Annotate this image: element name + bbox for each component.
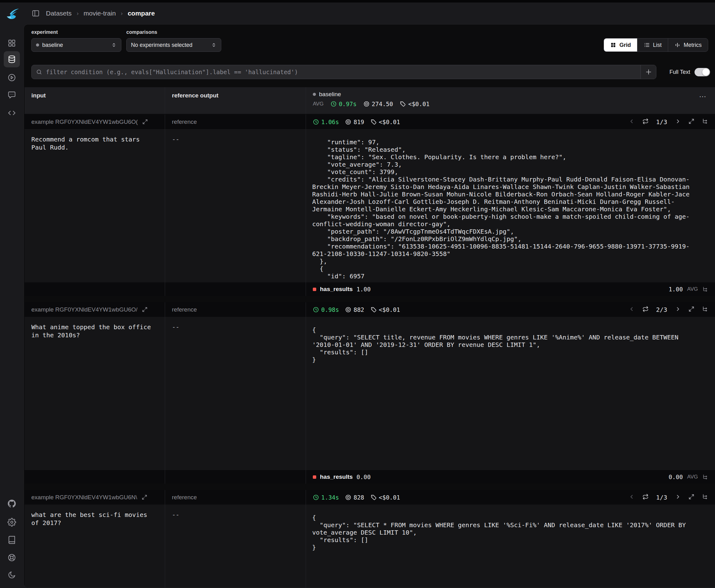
view-trace-icon[interactable]: [702, 118, 708, 126]
expand-run-icon[interactable]: [688, 118, 695, 126]
table-row: example RGF0YXNldEV4YW1wbGU6O/ reference…: [24, 302, 715, 484]
experiment-select[interactable]: baseline: [31, 38, 121, 52]
view-mode-toggle: Grid List Metrics: [604, 38, 708, 52]
input-cell[interactable]: what are the best sci-fi movies of 2017?: [24, 505, 165, 588]
view-trace-icon[interactable]: [702, 306, 708, 313]
view-list-button[interactable]: List: [637, 39, 668, 51]
prev-run-button[interactable]: [629, 306, 635, 313]
sidebar-item-dashboard[interactable]: [7, 39, 16, 47]
settings-gear-icon[interactable]: [7, 518, 16, 527]
phoenix-logo-icon[interactable]: [4, 7, 20, 23]
column-header-experiment: baseline AVG 0.97s 274.50: [306, 87, 715, 114]
expand-example-icon[interactable]: [142, 307, 148, 313]
output-json-text: { "query": "SELECT title, revenue FROM m…: [312, 326, 701, 363]
plus-icon: [645, 68, 652, 76]
row-annotations: has_results 0.00 0.00 AVG: [24, 470, 715, 484]
avg-label: AVG: [687, 286, 698, 292]
row-body: What anime topped the box office in the …: [24, 317, 715, 470]
view-trace-icon[interactable]: [702, 474, 708, 480]
repetition-count: 2/3: [656, 306, 667, 313]
prev-run-button[interactable]: [629, 494, 635, 501]
prev-run-button[interactable]: [629, 118, 635, 126]
dark-mode-moon-icon[interactable]: [7, 571, 16, 579]
experiment-output-cell[interactable]: { "query": "SELECT title, revenue FROM m…: [306, 317, 715, 470]
experiment-name: baseline: [319, 91, 341, 98]
example-id-label[interactable]: example RGF0YXNldEV4YW1wbGU6O/: [31, 306, 138, 313]
expand-example-icon[interactable]: [142, 494, 147, 500]
example-id-label[interactable]: example RGF0YXNldEV4YW1wbGU6N\: [31, 494, 137, 501]
clock-icon: [313, 494, 319, 501]
reference-label: reference: [172, 306, 197, 313]
run-tokens: 819: [345, 119, 364, 125]
repetitions-icon: [643, 494, 649, 501]
view-grid-button[interactable]: Grid: [604, 39, 637, 51]
experiment-output-cell[interactable]: "runtime": 97, "status": "Released", "ta…: [306, 129, 715, 282]
expand-run-icon[interactable]: [688, 306, 695, 313]
clock-icon: [313, 307, 319, 313]
sidebar-item-playground[interactable]: [7, 73, 16, 82]
annotation[interactable]: has_results 1.00: [313, 286, 371, 293]
chevron-up-down-icon: [111, 42, 117, 48]
column-header-input[interactable]: input: [24, 87, 165, 114]
filter-input-wrap: [31, 65, 640, 79]
full-text-control: Full Text: [669, 68, 710, 76]
reference-output-cell[interactable]: --: [165, 505, 306, 588]
input-cell[interactable]: What anime topped the box office in the …: [24, 317, 165, 470]
panel-toggle-icon[interactable]: [31, 9, 40, 17]
annotation[interactable]: has_results 0.00: [313, 474, 371, 480]
reference-output-cell[interactable]: --: [165, 317, 306, 470]
view-trace-icon[interactable]: [702, 287, 708, 292]
view-trace-icon[interactable]: [702, 494, 708, 501]
breadcrumb-datasets[interactable]: Datasets: [46, 9, 72, 17]
example-id-label[interactable]: example RGF0YXNldEV4YW1wbGU6O(: [31, 119, 138, 125]
view-list-label: List: [653, 42, 661, 48]
comparisons-select-value: No experiments selected: [131, 42, 192, 48]
comparisons-select[interactable]: No experiments selected: [126, 38, 221, 52]
column-header-reference-output[interactable]: reference output: [165, 87, 306, 114]
full-text-toggle[interactable]: [695, 68, 710, 76]
run-latency: 1.06s: [313, 119, 339, 125]
expand-example-icon[interactable]: [142, 119, 148, 125]
row-body: Recommend a romcom that stars Paul Rudd.…: [24, 129, 715, 282]
expand-run-icon[interactable]: [688, 494, 695, 501]
window-edge: [0, 0, 715, 2]
input-text: Recommend a romcom that stars Paul Rudd.: [31, 135, 158, 151]
next-run-button[interactable]: [675, 306, 681, 313]
next-run-button[interactable]: [675, 118, 681, 126]
reference-output-cell[interactable]: --: [165, 129, 306, 282]
search-icon: [36, 69, 42, 75]
annotation-color-square: [313, 475, 316, 479]
input-cell[interactable]: Recommend a romcom that stars Paul Rudd.: [24, 129, 165, 282]
row-header: example RGF0YXNldEV4YW1wbGU6O( reference…: [24, 114, 715, 129]
breadcrumb: Datasets › movie-train › compare: [46, 9, 155, 17]
filter-group: [31, 65, 656, 79]
add-filter-button[interactable]: [640, 65, 656, 79]
next-run-button[interactable]: [675, 494, 681, 501]
experiment-output-cell[interactable]: { "query": "SELECT * FROM movies WHERE g…: [306, 505, 715, 588]
run-latency: 1.34s: [313, 494, 339, 501]
annotation-name: has_results: [320, 474, 353, 480]
view-metrics-button[interactable]: Metrics: [668, 39, 708, 51]
sidebar-item-chat[interactable]: [7, 90, 16, 99]
run-cost: <$0.01: [371, 306, 400, 313]
docs-book-icon[interactable]: [7, 536, 16, 544]
annotation-value: 0.00: [357, 474, 371, 480]
price-tag-icon: [371, 307, 377, 313]
sidebar: [0, 2, 24, 588]
annotation-color-square: [313, 288, 316, 291]
output-json-text: { "query": "SELECT * FROM movies WHERE g…: [312, 514, 701, 551]
clock-icon: [313, 119, 319, 125]
breadcrumb-dataset-name[interactable]: movie-train: [83, 9, 116, 17]
support-lifebuoy-icon[interactable]: [7, 553, 16, 562]
view-grid-label: Grid: [619, 42, 631, 48]
toggle-knob: [702, 68, 710, 76]
price-tag-icon: [371, 494, 377, 501]
sidebar-item-apis[interactable]: [7, 109, 16, 117]
github-icon[interactable]: [7, 499, 16, 508]
experiment-label: experiment: [31, 29, 58, 35]
filter-condition-input[interactable]: [45, 68, 636, 76]
full-text-label: Full Text: [669, 69, 690, 76]
more-options-button[interactable]: …: [699, 91, 707, 98]
sidebar-item-datasets[interactable]: [4, 51, 20, 67]
clock-icon: [331, 101, 337, 107]
